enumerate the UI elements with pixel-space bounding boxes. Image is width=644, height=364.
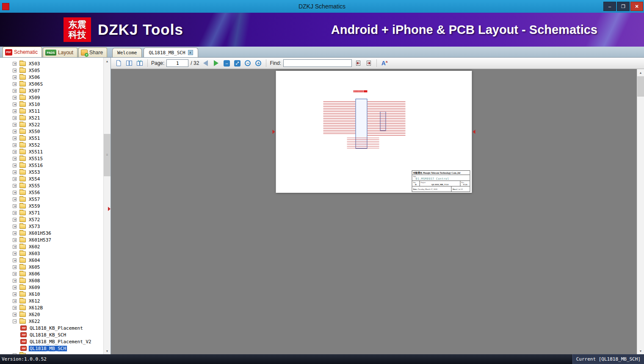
tree-item[interactable]: X622 — [0, 318, 103, 325]
expand-toggle-icon[interactable] — [13, 143, 17, 147]
tree-item[interactable]: X550 — [0, 128, 103, 135]
expand-toggle-icon[interactable] — [13, 211, 17, 215]
expand-toggle-icon[interactable] — [13, 197, 17, 201]
tab-schematic[interactable]: PDF Schematic — [3, 47, 42, 57]
expand-toggle-icon[interactable] — [13, 238, 17, 242]
expand-toggle-icon[interactable] — [13, 245, 17, 249]
single-page-view-icon[interactable] — [114, 59, 123, 67]
tree-item[interactable]: X612B — [0, 304, 103, 311]
expand-toggle-icon[interactable] — [13, 320, 17, 323]
find-input[interactable] — [283, 59, 352, 67]
tree-item[interactable]: X604 — [0, 257, 103, 264]
tree-item[interactable]: X510 — [0, 101, 103, 108]
tree-item[interactable]: X571 — [0, 209, 103, 216]
previous-page-icon[interactable] — [201, 59, 210, 67]
close-button[interactable]: ✕ — [630, 2, 643, 11]
expand-toggle-icon[interactable] — [13, 306, 17, 310]
tree-item[interactable]: X506S — [0, 81, 103, 87]
expand-toggle-icon[interactable] — [13, 258, 17, 262]
tree-item[interactable]: X601H536 — [0, 230, 103, 236]
scrollbar-thumb[interactable]: ≡ — [104, 134, 111, 176]
tree-item[interactable]: X603 — [0, 250, 103, 257]
expand-toggle-icon[interactable] — [13, 265, 17, 269]
zoom-in-icon[interactable]: + — [254, 59, 263, 67]
expand-toggle-icon[interactable] — [13, 157, 17, 161]
tree-item[interactable]: QL1818_MB_SCH — [0, 345, 103, 352]
tree-item[interactable] — [0, 352, 103, 354]
scrollbar-thumb[interactable] — [637, 76, 644, 97]
expand-toggle-icon[interactable] — [13, 299, 17, 303]
minimize-button[interactable]: – — [603, 2, 616, 11]
expand-toggle-icon[interactable] — [13, 69, 17, 72]
tree-item[interactable]: X521 — [0, 114, 103, 121]
tree-item[interactable]: X605 — [0, 264, 103, 270]
tree-item[interactable]: X612 — [0, 297, 103, 304]
expand-toggle-icon[interactable] — [13, 170, 17, 174]
tree-item[interactable]: X572 — [0, 216, 103, 223]
expand-toggle-icon[interactable] — [13, 204, 17, 208]
tree-item[interactable]: X606 — [0, 270, 103, 277]
tree-item[interactable]: X555 — [0, 182, 103, 189]
tree-item[interactable]: X509 — [0, 94, 103, 101]
pdf-page[interactable]: 华勤通讯 Huaqin Telecom Technology Com.,ltd … — [276, 71, 472, 193]
expand-toggle-icon[interactable] — [13, 62, 17, 66]
expand-toggle-icon[interactable] — [13, 89, 17, 93]
expand-toggle-icon[interactable] — [13, 353, 17, 355]
pdf-canvas[interactable]: 华勤通讯 Huaqin Telecom Technology Com.,ltd … — [111, 69, 637, 354]
tree-item[interactable]: X610 — [0, 291, 103, 297]
tree-item[interactable]: X507 — [0, 87, 103, 94]
tree-item[interactable]: X553 — [0, 169, 103, 175]
tree-item[interactable]: X559 — [0, 203, 103, 209]
expand-toggle-icon[interactable] — [13, 164, 17, 167]
tree-item[interactable]: X620 — [0, 311, 103, 318]
expand-toggle-icon[interactable] — [13, 218, 17, 222]
expand-toggle-icon[interactable] — [13, 279, 17, 283]
expand-toggle-icon[interactable] — [13, 252, 17, 256]
book-view-icon[interactable] — [135, 59, 144, 67]
expand-toggle-icon[interactable] — [13, 177, 17, 181]
tree-item[interactable]: X506 — [0, 74, 103, 81]
expand-toggle-icon[interactable] — [13, 191, 17, 195]
expand-toggle-icon[interactable] — [13, 116, 17, 120]
splitter-arrow-icon[interactable] — [108, 207, 111, 211]
expand-toggle-icon[interactable] — [13, 225, 17, 228]
expand-toggle-icon[interactable] — [13, 82, 17, 86]
expand-toggle-icon[interactable] — [13, 130, 17, 133]
fit-page-icon[interactable]: ⤢ — [233, 59, 241, 67]
expand-toggle-icon[interactable] — [13, 103, 17, 106]
tree-item[interactable]: QL1818_KB_Placement — [0, 325, 103, 331]
viewer-scrollbar[interactable]: ▲ ▼ — [637, 69, 644, 354]
expand-toggle-icon[interactable] — [13, 136, 17, 140]
expand-toggle-icon[interactable] — [13, 272, 17, 276]
expand-toggle-icon[interactable] — [13, 96, 17, 100]
tree-item[interactable]: X608 — [0, 277, 103, 284]
zoom-out-icon[interactable]: − — [243, 59, 252, 67]
fit-width-icon[interactable]: ↔ — [222, 59, 231, 67]
scroll-up-icon[interactable]: ▲ — [104, 58, 111, 64]
sidebar-scrollbar[interactable]: ▲ ≡ ▼ — [103, 58, 111, 354]
tree-item[interactable]: X557 — [0, 196, 103, 203]
next-page-icon[interactable] — [212, 59, 220, 67]
tree-item[interactable]: QL1818_MB_Placement_V2 — [0, 338, 103, 345]
tree-item[interactable]: X552 — [0, 142, 103, 148]
facing-pages-icon[interactable] — [125, 59, 133, 67]
tree-item[interactable]: X551 — [0, 135, 103, 142]
tree-item[interactable]: X5515 — [0, 155, 103, 162]
expand-toggle-icon[interactable] — [13, 286, 17, 289]
expand-toggle-icon[interactable] — [13, 313, 17, 317]
expand-toggle-icon[interactable] — [13, 109, 17, 113]
tree-item[interactable]: QL1818_KB_SCH — [0, 331, 103, 338]
tree-item[interactable]: X5511 — [0, 148, 103, 155]
find-next-icon[interactable] — [365, 59, 373, 67]
tree-item[interactable]: X601H537 — [0, 236, 103, 243]
font-size-icon[interactable]: Aa — [380, 59, 389, 67]
tree-item[interactable]: X573 — [0, 223, 103, 230]
tab-welcome[interactable]: Welcome — [112, 48, 142, 57]
expand-toggle-icon[interactable] — [13, 150, 17, 154]
tree-item[interactable]: X511 — [0, 108, 103, 114]
tree-item[interactable]: X602 — [0, 243, 103, 250]
find-previous-icon[interactable] — [354, 59, 362, 67]
tree-item[interactable]: X556 — [0, 189, 103, 196]
tree-item[interactable]: X609 — [0, 284, 103, 291]
tree-item[interactable]: X505 — [0, 67, 103, 74]
